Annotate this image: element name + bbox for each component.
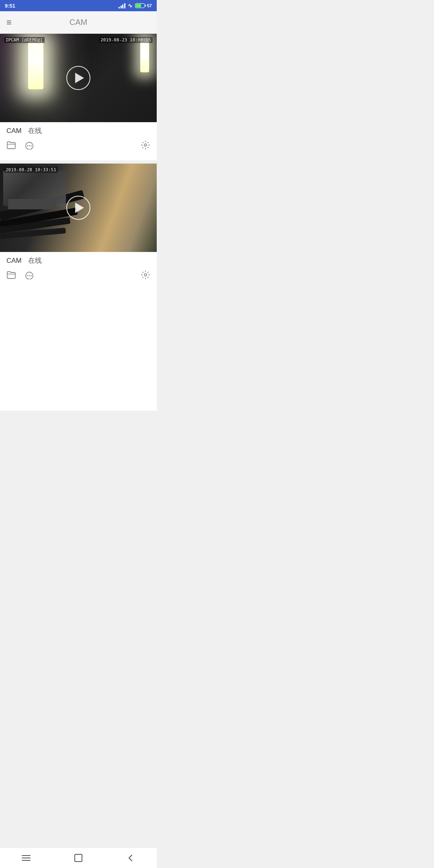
battery-level: 57 (147, 3, 152, 8)
wifi-icon: ∿ (128, 2, 133, 9)
card-actions-left-2 (6, 270, 35, 282)
hamburger-button[interactable]: ≡ (6, 17, 12, 28)
card-info-2: CAM 在线 (0, 252, 157, 267)
card-actions-1 (0, 137, 157, 157)
cam1-timestamp: 2019-08-23 18:00:15 (99, 37, 153, 43)
folder-icon-1[interactable] (6, 141, 16, 152)
video-thumb-1[interactable]: IPCAM [@DEMO@] 2019-08-23 18:00:15 (0, 34, 157, 122)
main-content: IPCAM [@DEMO@] 2019-08-23 18:00:15 CAM 在… (0, 34, 157, 411)
separator-1 (0, 160, 157, 164)
cam1-label: IPCAM [@DEMO@] (4, 37, 45, 43)
app-header: ≡ CAM (0, 11, 157, 34)
svg-point-3 (29, 145, 30, 147)
camera-card-2: 2019-08-28 10:33:51 CAM 在线 (0, 164, 157, 287)
status-bar: 9:51 ∿ 57 (0, 0, 157, 11)
chat-icon-2[interactable] (24, 270, 35, 282)
svg-point-4 (31, 145, 32, 147)
play-button-2[interactable] (66, 196, 90, 220)
video-overlay-1: IPCAM [@DEMO@] 2019-08-23 18:00:15 (4, 37, 153, 43)
status-right-icons: ∿ 57 (119, 2, 152, 9)
signal-icon (119, 3, 125, 8)
svg-point-11 (144, 274, 147, 276)
status-time: 9:51 (5, 3, 15, 9)
play-button-1[interactable] (66, 66, 90, 90)
camera-card-1: IPCAM [@DEMO@] 2019-08-23 18:00:15 CAM 在… (0, 34, 157, 157)
card-actions-left-1 (6, 141, 35, 152)
settings-icon-1[interactable] (141, 140, 150, 152)
svg-point-9 (29, 275, 30, 276)
cam2-timestamp: 2019-08-28 10:33:51 (4, 167, 58, 173)
card-info-1: CAM 在线 (0, 122, 157, 137)
cam1-name: CAM (6, 127, 22, 135)
svg-point-2 (27, 145, 28, 147)
video-overlay-2: 2019-08-28 10:33:51 (4, 167, 153, 173)
svg-point-8 (27, 275, 28, 276)
chat-icon-1[interactable] (24, 141, 35, 152)
cam2-status: 在线 (28, 256, 42, 265)
folder-icon-2[interactable] (6, 270, 16, 282)
battery-icon (135, 3, 145, 8)
cam2-name: CAM (6, 257, 22, 265)
header-title: CAM (70, 18, 87, 27)
video-thumb-2[interactable]: 2019-08-28 10:33:51 (0, 164, 157, 252)
bottom-spacer (0, 290, 157, 411)
battery-fill (136, 4, 141, 7)
card-actions-2 (0, 267, 157, 287)
cam1-status: 在线 (28, 126, 42, 135)
svg-point-10 (31, 275, 32, 276)
settings-icon-2[interactable] (141, 270, 150, 282)
play-triangle-1 (75, 73, 84, 83)
play-triangle-2 (75, 203, 84, 213)
svg-point-5 (144, 144, 147, 146)
